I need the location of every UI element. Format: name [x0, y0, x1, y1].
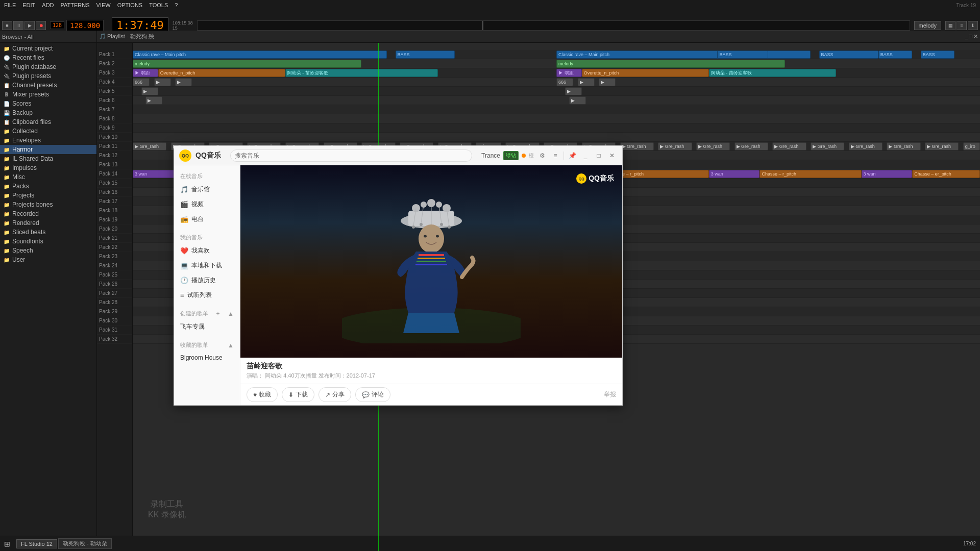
browser-packs[interactable]: 📁 Packs: [0, 182, 96, 191]
clip-t5-2[interactable]: ▶: [565, 87, 582, 95]
clip-gre-14[interactable]: ▶ Gre_rash: [658, 142, 692, 151]
sidebar-playlist-bigroom[interactable]: Bigroom House: [174, 351, 240, 364]
clip-gre-16[interactable]: ▶ Gre_rash: [734, 142, 768, 151]
playlist-close-btn[interactable]: ✕: [973, 33, 978, 40]
collapse-collected-btn[interactable]: ▲: [228, 342, 234, 349]
sidebar-listen-list[interactable]: ≡ 试听列表: [174, 288, 240, 303]
browser-impulses[interactable]: 📁 Impulses: [0, 163, 96, 172]
clip-t5-1[interactable]: ▶: [141, 87, 158, 95]
sidebar-video[interactable]: 🎬 视频: [174, 197, 240, 212]
add-playlist-btn[interactable]: +: [216, 310, 220, 317]
qq-minimize-btn[interactable]: _: [580, 151, 591, 161]
browser-recent-files[interactable]: 🕐 Recent files: [0, 53, 96, 62]
mixer-btn-2[interactable]: ≡: [957, 21, 967, 30]
browser-sliced-beats[interactable]: 📁 Sliced beats: [0, 228, 96, 237]
clip-classic-rave-1[interactable]: Classic rave – Main pitch: [133, 51, 387, 59]
playlist-min-btn[interactable]: _: [965, 33, 968, 40]
clip-666-4[interactable]: 666: [556, 78, 573, 86]
sidebar-playlist-feicha[interactable]: 飞车专属: [174, 319, 240, 334]
clip-gre-21[interactable]: ▶ Gre_rash: [925, 142, 959, 151]
qq-search[interactable]: [230, 149, 472, 162]
comment-btn[interactable]: 💬 评论: [355, 387, 390, 402]
clip-bass-1[interactable]: BASS: [396, 51, 455, 59]
menu-tools[interactable]: TOOLS: [146, 2, 171, 9]
menu-edit[interactable]: EDIT: [19, 2, 38, 9]
collect-btn[interactable]: ♥ 收藏: [247, 387, 278, 402]
clip-666-2[interactable]: ▶: [154, 78, 171, 86]
clip-overette-2[interactable]: Overette_n_pitch: [582, 69, 709, 77]
clip-bass-5[interactable]: BASS: [921, 51, 954, 59]
bpm-value[interactable]: 128.000: [66, 20, 104, 31]
clip-chasse-5[interactable]: Chasse – er_pitch: [912, 170, 980, 178]
browser-plugin-database[interactable]: 🔌 Plugin database: [0, 62, 96, 71]
browser-current-project[interactable]: 📁 Current project: [0, 44, 96, 53]
playlist-max-btn[interactable]: □: [969, 33, 972, 40]
menu-view[interactable]: VIEW: [93, 2, 114, 9]
browser-channel-presets[interactable]: 📋 Channel presets: [0, 81, 96, 90]
sidebar-radio[interactable]: 📻 电台: [174, 212, 240, 227]
stop-button[interactable]: ■: [2, 21, 12, 30]
play-button[interactable]: ▶: [24, 21, 35, 30]
clip-classic-rave-2[interactable]: Classic rave – Main pitch: [556, 51, 811, 59]
clip-gre-20[interactable]: ▶ Gre_rash: [887, 142, 920, 151]
clip-bass-short-1[interactable]: ▶ 弱距: [133, 69, 158, 77]
clip-gre-17[interactable]: ▶ Gre_rash: [772, 142, 806, 151]
menu-patterns[interactable]: PATTERNS: [58, 2, 93, 9]
menu-options[interactable]: OPTIONS: [114, 2, 146, 9]
clip-666-3[interactable]: ▶: [175, 78, 192, 86]
clip-overette-1[interactable]: Overette_n_pitch: [158, 69, 285, 77]
taskbar-song[interactable]: 勒死狗殴 - 勒幼朵: [58, 538, 112, 549]
report-btn[interactable]: 举报: [604, 390, 616, 399]
record-button[interactable]: ⏺: [36, 21, 46, 30]
qq-pin-btn[interactable]: 📌: [567, 151, 577, 161]
clip-666-1[interactable]: 666: [133, 78, 150, 86]
clip-bass-short-2[interactable]: ▶ 弱距: [556, 69, 582, 77]
clip-t6-2[interactable]: ▶: [569, 96, 586, 105]
clip-gre-15[interactable]: ▶ Gre_rash: [696, 142, 730, 151]
clip-gre-13[interactable]: ▶ Gre_rash: [620, 142, 654, 151]
clip-bass-3[interactable]: BASS: [717, 51, 768, 59]
clip-chasse-4[interactable]: Chasse – r_pitch: [760, 170, 861, 178]
qq-close-btn[interactable]: ✕: [607, 151, 617, 161]
clip-t6-1[interactable]: ▶: [145, 96, 162, 105]
clip-wan-5[interactable]: 3 wan: [862, 170, 913, 178]
melody-selector[interactable]: melody: [914, 21, 941, 30]
qq-menu-btn[interactable]: ≡: [550, 151, 560, 161]
taskbar-start[interactable]: ⊞: [0, 540, 14, 548]
clip-666-6[interactable]: ▶: [599, 78, 616, 86]
download-btn[interactable]: ⬇ 下载: [282, 387, 314, 402]
clip-bass-2[interactable]: BASS: [819, 51, 878, 59]
browser-harmor[interactable]: 📁 Harmor: [0, 145, 96, 154]
browser-collected[interactable]: 📁 Collected: [0, 127, 96, 136]
clip-666-5[interactable]: ▶: [578, 78, 595, 86]
clip-bass-4[interactable]: BASS: [878, 51, 912, 59]
browser-user[interactable]: 📁 User: [0, 255, 96, 264]
mixer-btn-3[interactable]: ⬇: [968, 21, 978, 30]
clip-gre-19[interactable]: ▶ Gre_rash: [849, 142, 883, 151]
taskbar-fl-studio[interactable]: FL Studio 12: [16, 539, 57, 548]
menu-help[interactable]: ?: [172, 2, 181, 9]
mixer-btn-1[interactable]: ▦: [945, 21, 955, 30]
browser-envelopes[interactable]: 📁 Envelopes: [0, 136, 96, 145]
clip-melody-2[interactable]: melody: [556, 60, 785, 68]
menu-file[interactable]: FILE: [1, 2, 19, 9]
sidebar-music-hall[interactable]: 🎵 音乐馆: [174, 182, 240, 197]
browser-projects[interactable]: 📁 Projects: [0, 191, 96, 200]
sidebar-history[interactable]: 🕐 播放历史: [174, 273, 240, 288]
qq-maximize-btn[interactable]: □: [594, 151, 604, 161]
browser-scores[interactable]: 📄 Scores: [0, 99, 96, 108]
browser-projects-bones[interactable]: 📁 Projects bones: [0, 200, 96, 209]
browser-speech[interactable]: 📁 Speech: [0, 246, 96, 255]
clip-aw-1[interactable]: 阿幼朵 - 苗岭迎客歌: [285, 69, 438, 77]
qq-search-input[interactable]: [230, 149, 472, 162]
clip-gre-18[interactable]: ▶ Gre_rash: [811, 142, 844, 151]
menu-add[interactable]: ADD: [39, 2, 57, 9]
browser-plugin-presets[interactable]: 🔌 Plugin presets: [0, 71, 96, 81]
sidebar-local-download[interactable]: 💻 本地和下载: [174, 258, 240, 273]
browser-soundfonts[interactable]: 📁 Soundfonts: [0, 237, 96, 246]
clip-aw-2[interactable]: 阿幼朵 - 苗岭迎客歌: [709, 69, 836, 77]
qq-settings-btn[interactable]: ⚙: [537, 151, 547, 161]
share-btn[interactable]: ↗ 分享: [318, 387, 351, 402]
browser-clipboard-files[interactable]: 📋 Clipboard files: [0, 117, 96, 127]
clip-wan-4[interactable]: 3 wan: [709, 170, 760, 178]
